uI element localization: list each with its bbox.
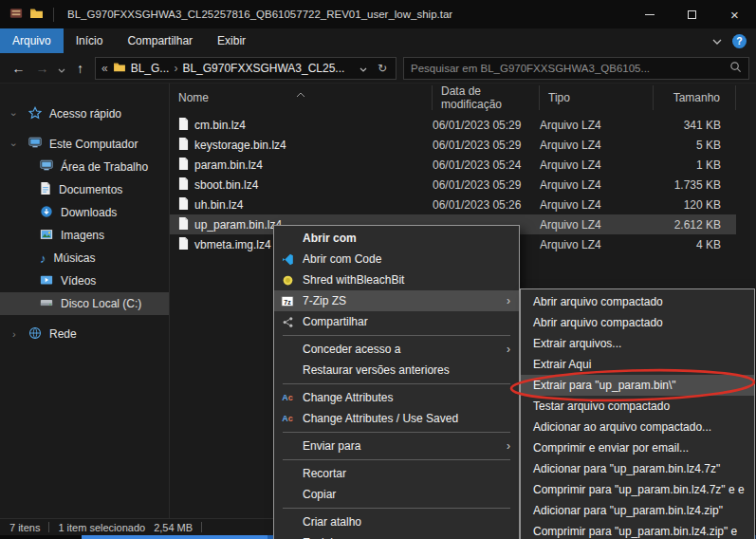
address-dropdown-chevron-icon[interactable]	[357, 62, 370, 75]
file-modified: 06/01/2023 05:26	[433, 198, 540, 212]
file-icon	[178, 177, 189, 193]
breadcrumb-overflow-icon[interactable]: «	[101, 62, 108, 75]
file-row[interactable]: param.bin.lz4 06/01/2023 05:24 Arquivo L…	[170, 155, 736, 175]
sidebar-item-rede[interactable]: › Rede	[0, 323, 169, 345]
up-button[interactable]: ↑	[68, 61, 92, 76]
breadcrumb-current[interactable]: BL_G970FXXSGHWA3_CL25...	[182, 62, 344, 75]
sidebar-item-acesso-rapido[interactable]: › Acesso rápido	[0, 102, 169, 125]
file-row[interactable]: sboot.bin.lz4 06/01/2023 05:29 Arquivo L…	[170, 175, 736, 195]
search-input[interactable]	[411, 63, 729, 74]
selection-size: 2,54 MB	[154, 522, 193, 533]
submenu-item-comprimir-7z-email[interactable]: Comprimir para "up_param.bin.lz4.7z" e e	[521, 479, 754, 500]
file-modified: 06/01/2023 05:24	[433, 158, 540, 172]
file-row[interactable]: keystorage.bin.lz4 06/01/2023 05:29 Arqu…	[170, 135, 736, 155]
sidebar-item-videos[interactable]: Vídeos	[0, 270, 169, 292]
folder-icon[interactable]	[29, 8, 44, 22]
tab-compartilhar[interactable]: Compartilhar	[115, 28, 205, 53]
menu-item-recortar[interactable]: Recortar	[274, 463, 519, 484]
sidebar-item-label: Acesso rápido	[49, 107, 121, 121]
sidebar-item-musicas[interactable]: ♪ Músicas	[0, 247, 169, 270]
column-header-type[interactable]: Tipo	[540, 85, 654, 110]
titlebar-divider	[53, 8, 54, 22]
file-size: 4 KB	[654, 238, 736, 251]
column-headers: Nome Data de modificação Tipo Tamanho	[170, 85, 756, 110]
file-row[interactable]: uh.bin.lz4 06/01/2023 05:26 Arquivo LZ4 …	[170, 195, 736, 214]
submenu-item-testar[interactable]: Testar arquivo compactado	[521, 396, 754, 417]
menu-item-change-attributes[interactable]: AcChange Attributes	[274, 387, 519, 408]
submenu-item-extrair-arquivos[interactable]: Extrair arquivos...	[521, 333, 754, 354]
refresh-icon[interactable]: ↻	[375, 62, 390, 75]
close-button[interactable]: ×	[713, 0, 756, 28]
vscode-icon	[279, 253, 296, 266]
menu-item-abrir-com[interactable]: Abrir com	[274, 228, 519, 249]
submenu-item-extrair-aqui[interactable]: Extrair Aqui	[521, 354, 754, 375]
menu-item-copiar[interactable]: Copiar	[274, 484, 519, 505]
recent-locations-chevron-icon[interactable]	[54, 61, 68, 76]
column-header-size[interactable]: Tamanho	[654, 85, 736, 110]
search-icon[interactable]	[729, 61, 742, 76]
menu-item-shred-bleachbit[interactable]: Shred withBleachBit	[274, 270, 519, 290]
submenu-item-adicionar-zip[interactable]: Adicionar para "up_param.bin.lz4.zip"	[521, 500, 754, 521]
menu-item-enviar-para[interactable]: Enviar para›	[274, 436, 519, 456]
submenu-item-comprimir-email[interactable]: Comprimir e enviar por email...	[521, 437, 754, 458]
tab-inicio[interactable]: Início	[64, 28, 116, 53]
menu-item-7zip[interactable]: 7z7-Zip ZS›	[274, 290, 519, 311]
expander-icon[interactable]: ›	[9, 112, 19, 116]
expand-ribbon-chevron-icon[interactable]	[712, 34, 722, 47]
menu-item-compartilhar[interactable]: Compartilhar	[274, 311, 519, 332]
menu-item-change-attributes-saved[interactable]: AcChange Attributes / Use Saved	[274, 408, 519, 429]
tab-arquivo[interactable]: Arquivo	[0, 28, 64, 53]
menu-item-abrir-com-code[interactable]: Abrir com Code	[274, 249, 519, 270]
sidebar-item-este-computador[interactable]: › Este Computador	[0, 133, 169, 156]
menu-item-excluir[interactable]: Excluir	[274, 532, 519, 539]
selection-count: 1 item selecionado	[58, 522, 145, 533]
file-name: keystorage.bin.lz4	[194, 139, 286, 152]
minimize-button[interactable]	[628, 0, 671, 28]
breadcrumb[interactable]: « BL_G... › BL_G970FXXSGHWA3_CL25... ↻	[95, 57, 396, 80]
tab-exibir[interactable]: Exibir	[205, 28, 258, 53]
file-size: 1 KB	[654, 158, 736, 172]
help-icon[interactable]: ?	[732, 34, 747, 48]
submenu-item-adicionar-ao-arquivo[interactable]: Adicionar ao arquivo compactado...	[521, 417, 754, 437]
submenu-item-abrir-2[interactable]: Abrir arquivo compactado	[521, 312, 754, 333]
menu-item-restaurar-versoes[interactable]: Restaurar versões anteriores	[274, 360, 519, 381]
menu-item-conceder-acesso[interactable]: Conceder acesso a›	[274, 339, 519, 360]
file-type: Arquivo LZ4	[540, 238, 654, 251]
minimize-icon	[645, 14, 655, 15]
column-label: Nome	[178, 91, 209, 104]
back-button[interactable]: ←	[7, 61, 30, 76]
menu-item-criar-atalho[interactable]: Criar atalho	[274, 511, 519, 532]
sidebar-item-area-de-trabalho[interactable]: Área de Trabalho	[0, 156, 169, 178]
status-divider	[201, 522, 202, 532]
expander-icon[interactable]: ›	[9, 142, 19, 146]
file-name: sboot.bin.lz4	[194, 178, 258, 192]
file-modified: 06/01/2023 05:29	[433, 139, 540, 152]
sidebar-item-label: Rede	[49, 327, 77, 341]
menu-separator	[283, 335, 510, 336]
7zip-submenu: Abrir arquivo compactado Abrir arquivo c…	[520, 288, 755, 539]
sidebar-item-downloads[interactable]: Downloads	[0, 201, 169, 224]
column-header-name[interactable]: Nome	[170, 85, 433, 110]
submenu-item-comprimir-zip-email[interactable]: Comprimir para "up_param.bin.lz4.zip" e	[521, 521, 754, 539]
file-row[interactable]: cm.bin.lz4 06/01/2023 05:29 Arquivo LZ4 …	[170, 115, 736, 135]
videos-icon	[40, 274, 53, 288]
submenu-item-extrair-para[interactable]: Extrair para "up_param.bin\"	[521, 375, 754, 396]
svg-text:7z: 7z	[284, 298, 291, 305]
sidebar-item-disco-local-c[interactable]: Disco Local (C:)	[0, 292, 169, 315]
breadcrumb-root[interactable]: BL_G...	[131, 62, 170, 75]
file-icon	[178, 217, 189, 232]
desktop-icon	[40, 159, 53, 175]
sidebar-item-imagens[interactable]: Imagens	[0, 224, 169, 247]
submenu-item-adicionar-7z[interactable]: Adicionar para "up_param.bin.lz4.7z"	[521, 458, 754, 479]
expander-icon[interactable]: ›	[12, 329, 16, 340]
forward-button[interactable]: →	[30, 61, 54, 76]
window-controls: ×	[628, 0, 756, 28]
file-modified: 06/01/2023 05:29	[433, 119, 540, 132]
close-icon: ×	[730, 8, 739, 22]
sidebar-item-documentos[interactable]: Documentos	[0, 178, 169, 201]
column-header-modified[interactable]: Data de modificação	[433, 85, 540, 110]
submenu-item-abrir-1[interactable]: Abrir arquivo compactado	[521, 291, 754, 312]
file-name: cm.bin.lz4	[194, 119, 246, 132]
breadcrumb-separator-icon: ›	[174, 62, 177, 75]
maximize-button[interactable]	[671, 0, 713, 28]
